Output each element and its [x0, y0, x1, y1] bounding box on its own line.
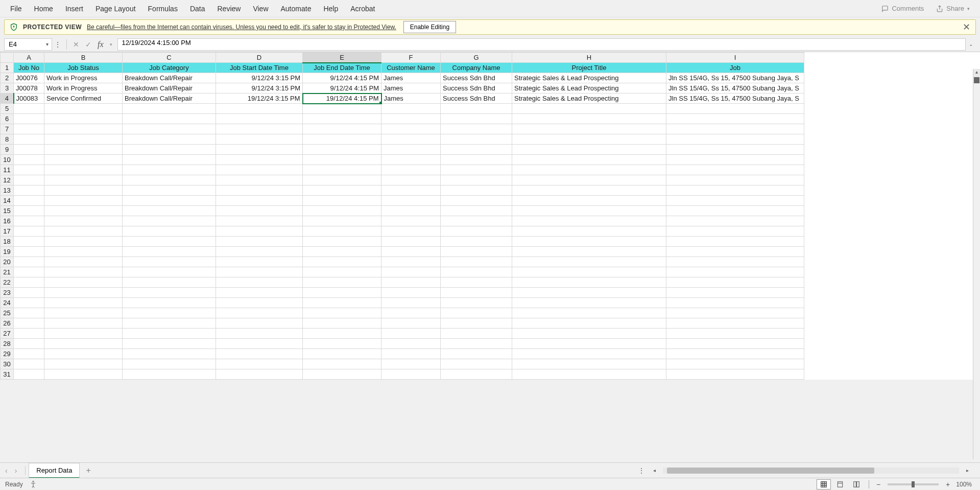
cell-G9[interactable] [441, 145, 512, 155]
cell-C10[interactable] [123, 155, 216, 165]
cell-C15[interactable] [123, 206, 216, 216]
ribbon-tab-help[interactable]: Help [317, 1, 344, 17]
header-cell-B[interactable]: Job Status [44, 63, 123, 73]
cell-H23[interactable] [512, 288, 666, 298]
cell-E25[interactable] [303, 308, 381, 318]
zoom-slider[interactable] [888, 483, 939, 485]
cell-H3[interactable]: Strategic Sales & Lead Prospecting [512, 83, 666, 94]
cell-H5[interactable] [512, 104, 666, 114]
row-header-28[interactable]: 28 [1, 339, 14, 349]
cell-G27[interactable] [441, 329, 512, 339]
cell-B9[interactable] [44, 145, 123, 155]
scroll-up-icon[interactable]: ▴ [973, 69, 980, 77]
row-header-14[interactable]: 14 [1, 196, 14, 206]
cell-B23[interactable] [44, 288, 123, 298]
cell-I6[interactable] [666, 114, 804, 124]
cell-B18[interactable] [44, 237, 123, 247]
cell-F22[interactable] [381, 277, 441, 288]
cell-H10[interactable] [512, 155, 666, 165]
cell-E5[interactable] [303, 104, 381, 114]
header-cell-G[interactable]: Company Name [441, 63, 512, 73]
cell-D7[interactable] [216, 124, 303, 134]
cell-D2[interactable]: 9/12/24 3:15 PM [216, 73, 303, 83]
cell-E11[interactable] [303, 165, 381, 175]
cell-C11[interactable] [123, 165, 216, 175]
cell-B24[interactable] [44, 298, 123, 308]
accept-formula-icon[interactable]: ✓ [82, 40, 94, 49]
cell-C16[interactable] [123, 216, 216, 226]
cell-F19[interactable] [381, 247, 441, 257]
cell-A27[interactable] [14, 329, 44, 339]
cell-C2[interactable]: Breakdown Call/Repair [123, 73, 216, 83]
cell-D19[interactable] [216, 247, 303, 257]
page-layout-view-button[interactable] [833, 479, 847, 489]
cell-E13[interactable] [303, 185, 381, 196]
ribbon-tab-file[interactable]: File [4, 1, 28, 17]
cell-F29[interactable] [381, 349, 441, 359]
cell-I10[interactable] [666, 155, 804, 165]
enable-editing-button[interactable]: Enable Editing [403, 21, 456, 33]
cell-D24[interactable] [216, 298, 303, 308]
cell-I18[interactable] [666, 237, 804, 247]
cell-I16[interactable] [666, 216, 804, 226]
cell-I28[interactable] [666, 339, 804, 349]
cell-H24[interactable] [512, 298, 666, 308]
cell-G24[interactable] [441, 298, 512, 308]
cell-I15[interactable] [666, 206, 804, 216]
cell-G15[interactable] [441, 206, 512, 216]
cell-E18[interactable] [303, 237, 381, 247]
cell-I4[interactable]: Jln SS 15/4G, Ss 15, 47500 Subang Jaya, … [666, 94, 804, 104]
cell-I24[interactable] [666, 298, 804, 308]
cell-F23[interactable] [381, 288, 441, 298]
header-cell-F[interactable]: Customer Name [381, 63, 441, 73]
cell-D31[interactable] [216, 369, 303, 380]
cell-F27[interactable] [381, 329, 441, 339]
cell-A4[interactable]: J00083 [14, 94, 44, 104]
cell-G25[interactable] [441, 308, 512, 318]
row-header-18[interactable]: 18 [1, 237, 14, 247]
cell-E15[interactable] [303, 206, 381, 216]
cell-B13[interactable] [44, 185, 123, 196]
cell-H8[interactable] [512, 134, 666, 145]
cell-H2[interactable]: Strategic Sales & Lead Prospecting [512, 73, 666, 83]
row-header-31[interactable]: 31 [1, 369, 14, 380]
row-header-22[interactable]: 22 [1, 277, 14, 288]
cell-D25[interactable] [216, 308, 303, 318]
col-header-G[interactable]: G [441, 53, 512, 63]
cell-G2[interactable]: Success Sdn Bhd [441, 73, 512, 83]
cell-A9[interactable] [14, 145, 44, 155]
cell-A14[interactable] [14, 196, 44, 206]
name-box-options-icon[interactable]: ⋮ [52, 40, 63, 49]
accessibility-icon[interactable] [29, 480, 37, 488]
cell-E27[interactable] [303, 329, 381, 339]
cell-B4[interactable]: Service Confirmed [44, 94, 123, 104]
cell-F21[interactable] [381, 267, 441, 277]
row-header-23[interactable]: 23 [1, 288, 14, 298]
cell-A19[interactable] [14, 247, 44, 257]
cell-D16[interactable] [216, 216, 303, 226]
cell-I5[interactable] [666, 104, 804, 114]
chevron-down-icon[interactable]: ▾ [46, 41, 49, 47]
col-header-H[interactable]: H [512, 53, 666, 63]
cell-D30[interactable] [216, 359, 303, 369]
cell-B25[interactable] [44, 308, 123, 318]
name-box[interactable]: E4 ▾ [4, 38, 52, 51]
cell-H25[interactable] [512, 308, 666, 318]
cell-C5[interactable] [123, 104, 216, 114]
cell-I13[interactable] [666, 185, 804, 196]
cell-D10[interactable] [216, 155, 303, 165]
cell-F4[interactable]: James [381, 94, 441, 104]
cell-F13[interactable] [381, 185, 441, 196]
cell-E24[interactable] [303, 298, 381, 308]
cell-D27[interactable] [216, 329, 303, 339]
cell-F5[interactable] [381, 104, 441, 114]
cell-H29[interactable] [512, 349, 666, 359]
add-sheet-button[interactable]: + [80, 466, 97, 475]
zoom-in-button[interactable]: + [943, 480, 953, 488]
cell-I25[interactable] [666, 308, 804, 318]
cell-I11[interactable] [666, 165, 804, 175]
fx-caret-icon[interactable]: ▾ [107, 42, 115, 47]
cell-F3[interactable]: James [381, 83, 441, 94]
cell-F26[interactable] [381, 318, 441, 329]
cell-A17[interactable] [14, 226, 44, 237]
